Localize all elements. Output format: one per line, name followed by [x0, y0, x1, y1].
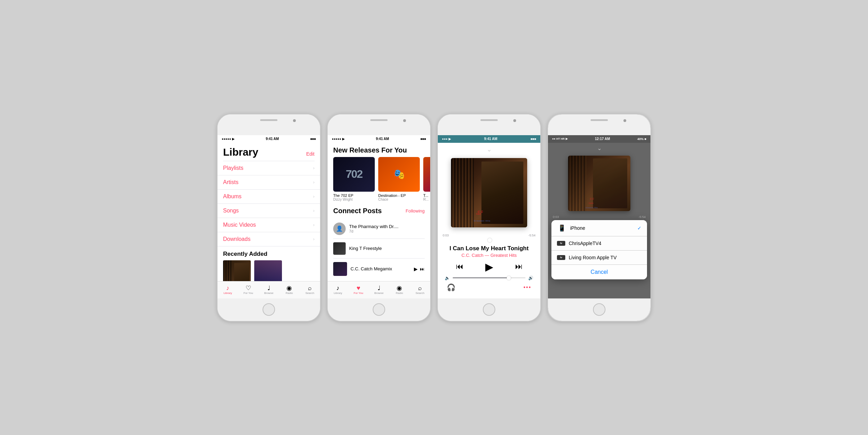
library-row-musicvideos[interactable]: Music Videos › — [218, 218, 320, 232]
status-time-3: 9:41 AM — [484, 137, 497, 141]
album-thumb-2[interactable] — [254, 260, 282, 281]
home-button-3[interactable] — [483, 303, 495, 316]
connect-post-1[interactable]: 👤 The Pharmacy with Dr.... 7d — [333, 219, 425, 239]
album-card-702[interactable]: 702 The 702 EP Dizzy Wright — [333, 157, 375, 201]
chevron-artists: › — [313, 180, 315, 185]
volume-high-icon: 🔊 — [528, 276, 533, 280]
airplay-popover: 📱 iPhone ✓ tv ChrisAppleTV4 tv Living Ro… — [551, 220, 647, 279]
search-tab-icon-1: ⌕ — [308, 285, 312, 291]
fastforward-button[interactable]: ⏭ — [515, 262, 523, 271]
airplay-elapsed: 0:03 — [553, 215, 559, 219]
time-elapsed: 0:03 — [443, 234, 449, 237]
nowplaying-artist: C.C. Catch — Greatest Hits — [461, 253, 517, 258]
status-bar-4: ●● HT HR ▶ 12:17 AM 40% ■ — [548, 135, 650, 143]
speaker-2 — [370, 119, 388, 121]
album-title-3: T... — [423, 193, 430, 198]
home-button-1[interactable] — [263, 303, 275, 316]
tab-bar-2: ♪ Library ♥ For You ♩ Browse ◉ Radio ⌕ — [328, 281, 430, 298]
foryou-tab-icon-1: ♡ — [246, 285, 251, 291]
time-remaining: -5:54 — [528, 234, 535, 237]
radio-tab-label-1: Radio — [286, 292, 293, 295]
camera-4 — [623, 119, 626, 122]
library-row-downloads[interactable]: Downloads › — [218, 232, 320, 246]
tab-library[interactable]: ♪ Library — [218, 285, 238, 295]
airplay-livingroom-label: Living Room Apple TV — [569, 255, 641, 260]
status-time-2: 9:41 AM — [376, 137, 389, 141]
volume-bar[interactable] — [453, 277, 525, 278]
album-card-3[interactable]: T... R... — [423, 157, 430, 201]
album-img-barong: 🎭 — [378, 157, 420, 192]
appletv-icon-1: tv — [557, 241, 565, 246]
progress-bar[interactable] — [489, 240, 492, 241]
volume-thumb — [507, 276, 511, 280]
play-button[interactable]: ▶ — [485, 261, 493, 273]
library-edit-button[interactable]: Edit — [306, 151, 315, 157]
tab-browse-2[interactable]: ♩ Browse — [369, 285, 389, 295]
home-button-2[interactable] — [373, 303, 385, 316]
search-tab-label-1: Search — [305, 292, 314, 295]
tab-browse-1[interactable]: ♩ Browse — [258, 285, 279, 295]
album-thumb-1[interactable]: C C Catch — [223, 260, 251, 281]
library-screen: Library Edit Playlists › Artists › Album… — [218, 143, 320, 281]
post-info-pharmacy: The Pharmacy with Dr.... 7d — [349, 224, 425, 233]
connect-mini-player[interactable]: C.C. Catch Megamix ▶ ⏭ — [333, 259, 425, 279]
connect-forward-button[interactable]: ⏭ — [420, 266, 425, 272]
avatar-pharmacy: 👤 — [333, 223, 346, 235]
library-tab-label: Library — [223, 292, 232, 295]
radio-tab-icon-2: ◉ — [397, 285, 402, 291]
browse-tab-label-2: Browse — [374, 292, 384, 295]
headphone-icon[interactable]: 🎧 — [447, 283, 455, 292]
home-button-4[interactable] — [593, 303, 605, 316]
tab-radio-2[interactable]: ◉ Radio — [389, 285, 410, 295]
connect-play-button[interactable]: ▶ — [414, 266, 418, 272]
camera-1 — [293, 119, 296, 122]
chevron-songs: › — [313, 208, 315, 213]
connect-section: Connect Posts Following 👤 The Pharmacy w… — [328, 207, 430, 279]
post-info-kingt: King T Freestyle — [349, 246, 425, 251]
tab-bar-1: ♪ Library ♡ For You ♩ Browse ◉ Radio ⌕ — [218, 281, 320, 298]
library-row-songs[interactable]: Songs › — [218, 204, 320, 218]
airplay-option-christv[interactable]: tv ChrisAppleTV4 — [551, 236, 647, 251]
airplay-christv-label: ChrisAppleTV4 — [569, 241, 641, 246]
airplay-drag: ⌄ — [597, 143, 602, 151]
radio-tab-label-2: Radio — [396, 292, 403, 295]
status-bar-1: ●●●●● ▶ 9:41 AM ■■■ — [218, 135, 320, 143]
foryou-tab-icon-2: ♥ — [356, 285, 360, 291]
playback-controls: ⏮ ▶ ⏭ — [441, 258, 537, 276]
more-button[interactable]: ••• — [523, 284, 531, 290]
foryou-tab-label-1: For You — [243, 292, 253, 295]
album-card-barong[interactable]: 🎭 Destination - EP Chace — [378, 157, 420, 201]
library-row-albums[interactable]: Albums › — [218, 190, 320, 204]
phones-container: ●●●●● ▶ 9:41 AM ■■■ Library Edit Playlis… — [217, 114, 651, 322]
tab-search-1[interactable]: ⌕ Search — [300, 285, 320, 295]
library-row-playlists[interactable]: Playlists › — [218, 161, 320, 175]
tab-radio-1[interactable]: ◉ Radio — [279, 285, 300, 295]
status-bar-3: ●●● ▶ 9:41 AM ■■■ — [438, 135, 540, 143]
iphone-airplay: ●● HT HR ▶ 12:17 AM 40% ■ ⌄ — [547, 114, 651, 322]
airplay-cancel-button[interactable]: Cancel — [551, 264, 647, 279]
speaker-3 — [480, 119, 498, 121]
top-bezel-2 — [328, 114, 430, 135]
browse-tab-icon-2: ♩ — [378, 285, 380, 291]
airplay-iphone-label: iPhone — [570, 225, 634, 231]
connect-post-2[interactable]: King T Freestyle — [333, 239, 425, 259]
tab-foryou-1[interactable]: ♡ For You — [238, 285, 258, 295]
album-artist-702: Dizzy Wright — [333, 198, 375, 201]
progress-container[interactable] — [484, 237, 494, 244]
airplay-art-container: C C Catch Greatest Hits — [568, 153, 630, 214]
tab-foryou-2[interactable]: ♥ For You — [348, 285, 369, 295]
airplay-option-livingroom[interactable]: tv Living Room Apple TV — [551, 251, 647, 264]
connect-mini-title: C.C. Catch Megamix — [351, 266, 410, 271]
np-bottom-icons: 🎧 ••• — [441, 280, 537, 294]
search-tab-icon-2: ⌕ — [418, 285, 422, 291]
airplay-option-iphone[interactable]: 📱 iPhone ✓ — [551, 220, 647, 236]
tab-library-2[interactable]: ♪ Library — [328, 285, 348, 295]
rewind-button[interactable]: ⏮ — [456, 262, 463, 271]
album-cards: 702 The 702 EP Dizzy Wright 🎭 Destinatio… — [328, 157, 430, 207]
library-row-artists[interactable]: Artists › — [218, 175, 320, 190]
tab-search-2[interactable]: ⌕ Search — [410, 285, 430, 295]
bottom-bezel-3 — [438, 298, 540, 321]
following-button[interactable]: Following — [406, 208, 425, 214]
library-nav: Library Edit — [218, 143, 320, 161]
camera-3 — [513, 119, 516, 122]
